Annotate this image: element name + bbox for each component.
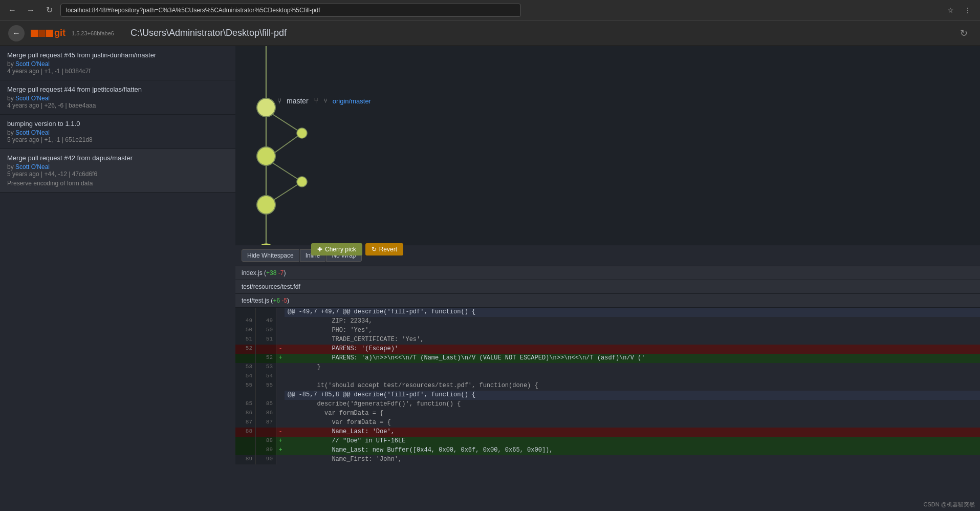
svg-point-7 [257, 147, 275, 165]
diff-line-3: 52 - PARENS: '(Escape)' [235, 345, 980, 354]
logo-git-text: git [54, 28, 66, 38]
diff-line-5: 53 53 } [235, 363, 980, 372]
diff-line-11: 88 - Name_Last: 'Doe', [235, 428, 980, 437]
diff-line-14: 89 90 Name_First: 'John', [235, 455, 980, 464]
browser-url-bar[interactable]: localhost:8448/#/repository?path=C%3A%5C… [60, 4, 521, 17]
commit-meta-3: 5 years ago | +44, -12 | 47c6d6f6 [7, 171, 228, 178]
diff-file-header-2[interactable]: test/test.js (+6 -5) [235, 294, 980, 308]
diff-line-4: 52 + PARENS: 'a)\n>>\n<<\n/T (Name_Last)… [235, 354, 980, 363]
commit-meta-2: 5 years ago | +1, -1 | 651e21d8 [7, 136, 228, 143]
browser-reload-button[interactable]: ↻ [42, 3, 56, 17]
diff-removed-0: -7 [278, 269, 284, 276]
commit-author-link-1[interactable]: Scott O'Neal [15, 95, 50, 102]
app-header: ← git 1.5.23+68bfabe6 C:\Users\Administr… [0, 20, 980, 46]
logo-blocks [31, 30, 53, 37]
diff-filename-2: test/test.js [242, 297, 269, 304]
commit-item-0[interactable]: Merge pull request #45 from justin-dunha… [0, 46, 235, 80]
commit-author-0: by Scott O'Neal [7, 60, 228, 68]
svg-line-1 [266, 110, 302, 133]
svg-line-2 [266, 133, 302, 159]
logo-block-1 [31, 30, 38, 37]
diff-line-10: 87 87 var formData = { [235, 418, 980, 428]
logo-block-2 [38, 30, 46, 37]
diff-line-1: 50 50 PHO: 'Yes', [235, 326, 980, 335]
svg-line-3 [266, 182, 302, 205]
svg-line-4 [266, 159, 302, 182]
commit-author-3: by Scott O'Neal [7, 163, 228, 171]
origin-branch-icon: ⑂ [324, 97, 328, 104]
diff-hunk-header-0: @@ -49,7 +49,7 @@ describe('fill-pdf', f… [235, 308, 980, 317]
diff-code-area: @@ -49,7 +49,7 @@ describe('fill-pdf', f… [235, 308, 980, 464]
diff-filename-0: index.js [242, 269, 263, 276]
svg-point-8 [297, 177, 307, 187]
app-path: C:\Users\Administrator\Desktop\fill-pdf [130, 28, 287, 38]
commit-author-2: by Scott O'Neal [7, 129, 228, 136]
branch-separator: ⑂ [314, 96, 319, 105]
browser-back-button[interactable]: ← [5, 3, 19, 17]
app-refresh-button[interactable]: ↻ [955, 25, 972, 41]
commit-item-2[interactable]: bumping version to 1.1.0 by Scott O'Neal… [0, 115, 235, 149]
diff-line-9: 86 86 var formData = { [235, 409, 980, 418]
commit-item-1[interactable]: Merge pull request #44 from jpetitcolas/… [0, 80, 235, 115]
main-content: Merge pull request #45 from justin-dunha… [0, 46, 980, 511]
browser-menu-button[interactable]: ⋮ [961, 3, 975, 17]
branch-icon: ⑂ [277, 97, 281, 105]
diff-filename-1: test/resources/test.fdf [242, 283, 300, 290]
browser-url-text: localhost:8448/#/repository?path=C%3A%5C… [66, 7, 320, 14]
commits-panel: Merge pull request #45 from justin-dunha… [0, 46, 235, 511]
commit-author-1: by Scott O'Neal [7, 95, 228, 102]
graph-panel: ⑂ master ⑂ ⑂ origin/master ✚ Cherry pick… [235, 46, 980, 511]
app-back-button[interactable]: ← [8, 25, 25, 41]
commit-title-3: Merge pull request #42 from dapus/master [7, 154, 228, 162]
diff-file-header-1[interactable]: test/resources/test.fdf [235, 280, 980, 294]
revert-button[interactable]: ↻ Revert [365, 243, 403, 256]
commit-title-1: Merge pull request #44 from jpetitcolas/… [7, 86, 228, 93]
cherry-pick-button[interactable]: ✚ Cherry pick [311, 243, 362, 256]
diff-line-8: 85 85 describe('#generateFdf()', functio… [235, 400, 980, 409]
diff-line-0: 49 49 ZIP: 22334, [235, 317, 980, 326]
cherry-pick-icon: ✚ [317, 246, 322, 253]
revert-icon: ↻ [372, 246, 377, 253]
diff-line-12: 88 + // "Doe" in UTF-16LE [235, 437, 980, 446]
browser-chrome: ← → ↻ localhost:8448/#/repository?path=C… [0, 0, 980, 20]
diff-removed-2: -5 [281, 297, 287, 304]
master-branch-label: master [287, 97, 309, 105]
commit-meta-0: 4 years ago | +1, -1 | b0384c7f [7, 68, 228, 75]
diff-panel: Hide Whitespace Inline No Wrap index.js … [235, 245, 980, 511]
svg-point-9 [257, 196, 275, 214]
commit-desc-3: Preserve encoding of form data [7, 180, 228, 187]
app-logo: git [31, 28, 66, 38]
svg-point-6 [297, 128, 307, 138]
commit-title-0: Merge pull request #45 from justin-dunha… [7, 51, 228, 59]
revert-label: Revert [379, 246, 397, 253]
diff-added-0: +38 [266, 269, 276, 276]
diff-added-2: +6 [273, 297, 280, 304]
svg-point-5 [257, 98, 275, 117]
browser-actions: ☆ ⋮ [943, 3, 975, 17]
diff-hunk-header-1: @@ -85,7 +85,8 @@ describe('fill-pdf', f… [235, 391, 980, 400]
diff-line-2: 51 51 TRADE_CERTIFICATE: 'Yes', [235, 335, 980, 345]
logo-block-3 [46, 30, 53, 37]
diff-line-7: 55 55 it('should accept test/resources/t… [235, 381, 980, 391]
commit-title-2: bumping version to 1.1.0 [7, 120, 228, 127]
commit-meta-1: 4 years ago | +26, -6 | baee4aaa [7, 102, 228, 109]
diff-line-13: 89 + Name_Last: new Buffer([0x44, 0x00, … [235, 446, 980, 455]
branch-labels: ⑂ master ⑂ ⑂ origin/master [277, 96, 371, 105]
commit-author-link-0[interactable]: Scott O'Neal [15, 60, 50, 68]
commit-author-link-3[interactable]: Scott O'Neal [15, 163, 50, 171]
action-buttons: ✚ Cherry pick ↻ Revert [311, 243, 403, 256]
diff-line-6: 54 54 [235, 372, 980, 381]
browser-forward-button[interactable]: → [24, 3, 38, 17]
diff-file-header-0[interactable]: index.js (+38 -7) [235, 266, 980, 280]
commit-item-3[interactable]: Merge pull request #42 from dapus/master… [0, 149, 235, 193]
hide-whitespace-button[interactable]: Hide Whitespace [242, 249, 299, 262]
app-version: 1.5.23+68bfabe6 [72, 30, 114, 36]
cherry-pick-label: Cherry pick [325, 246, 356, 253]
commit-author-link-2[interactable]: Scott O'Neal [15, 129, 50, 136]
browser-bookmark-button[interactable]: ☆ [943, 3, 957, 17]
origin-branch-label: origin/master [333, 97, 371, 105]
